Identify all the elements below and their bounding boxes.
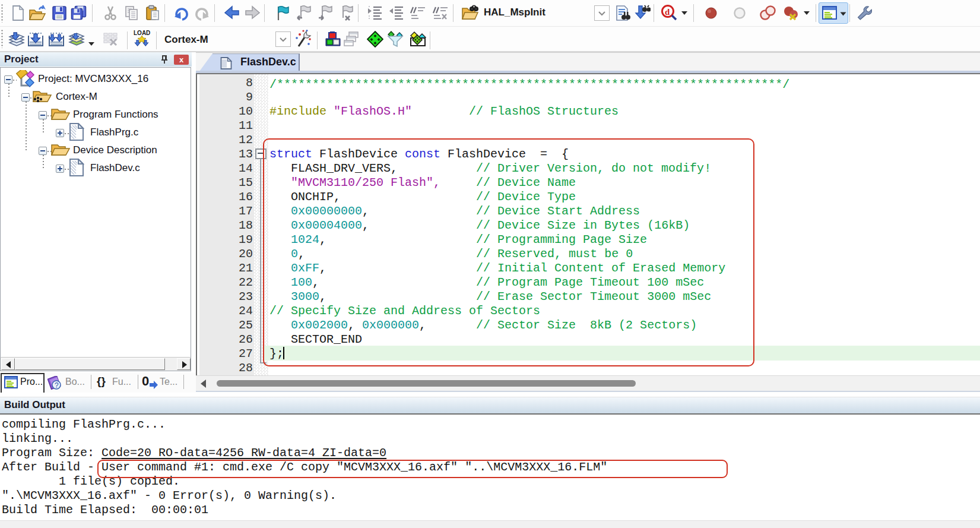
- svg-text:?: ?: [55, 381, 59, 390]
- svg-text:d: d: [665, 7, 670, 17]
